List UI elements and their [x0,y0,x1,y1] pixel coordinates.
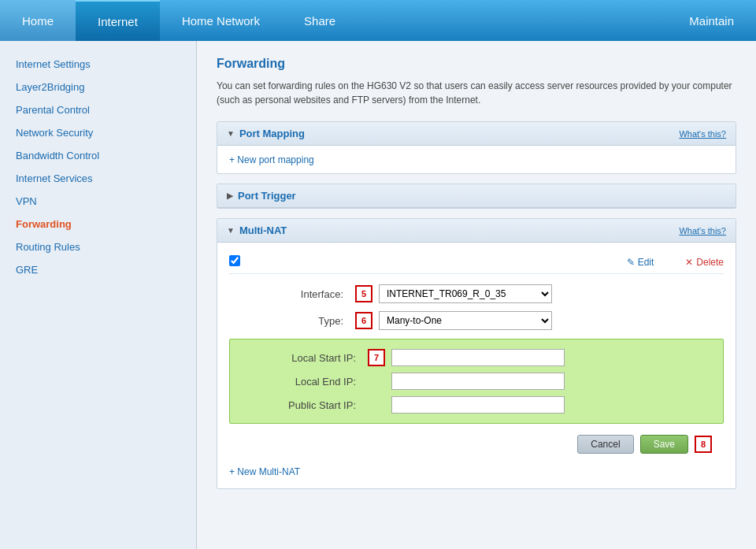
nav-share[interactable]: Share [282,0,358,41]
port-mapping-triangle: ▼ [227,129,235,138]
pencil-icon [627,257,635,268]
port-trigger-header-left: ▶ Port Trigger [227,190,296,202]
step8-badge: 8 [695,436,712,453]
page-title: Forwarding [217,57,736,71]
port-mapping-title: Port Mapping [239,128,305,139]
port-trigger-title: Port Trigger [238,190,296,202]
row-checkbox-cell [229,255,253,269]
edit-button[interactable]: Edit [627,257,654,268]
sidebar-item-routing-rules[interactable]: Routing Rules [0,236,196,258]
multi-nat-content: Edit Delete Interface: 5 INTERNET_TR069_… [217,243,736,488]
page-description: You can set forwarding rules on the HG63… [217,79,736,107]
interface-select[interactable]: INTERNET_TR069_R_0_35 [379,284,552,303]
local-start-ip-input[interactable] [391,349,565,366]
sidebar-item-vpn[interactable]: VPN [0,190,196,213]
step6-badge: 6 [355,312,372,329]
edit-label: Edit [638,257,654,268]
nav-home[interactable]: Home [0,0,76,41]
delete-label: Delete [696,257,724,268]
type-row: Type: 6 Many-to-One [229,307,724,334]
port-mapping-content: + New port mapping [217,146,736,173]
multi-nat-whats-this[interactable]: What's this? [679,226,726,236]
main-layout: Internet Settings Layer2Bridging Parenta… [0,41,756,549]
local-end-ip-input[interactable] [391,373,565,390]
main-content: Forwarding You can set forwarding rules … [197,41,756,549]
sidebar-item-internet-services[interactable]: Internet Services [0,167,196,190]
type-select[interactable]: Many-to-One [379,311,552,330]
nav-maintain[interactable]: Maintain [667,0,756,41]
local-end-ip-row: Local End IP: [242,369,711,393]
multi-nat-triangle: ▼ [227,226,235,235]
port-mapping-whats-this[interactable]: What's this? [679,129,726,139]
interface-row: Interface: 5 INTERNET_TR069_R_0_35 [229,280,724,307]
public-start-ip-row: Public Start IP: [242,393,711,417]
new-port-mapping-link[interactable]: + New port mapping [229,154,314,165]
local-end-ip-label: Local End IP: [242,376,368,388]
multi-nat-title: Multi-NAT [239,224,287,236]
sidebar-item-network-security[interactable]: Network Security [0,121,196,144]
multi-nat-header[interactable]: ▼ Multi-NAT What's this? [217,219,736,243]
port-trigger-section: ▶ Port Trigger [217,184,736,209]
public-start-ip-label: Public Start IP: [242,399,368,411]
x-icon [685,257,693,268]
cancel-button[interactable]: Cancel [577,435,633,454]
sidebar-item-forwarding[interactable]: Forwarding [0,213,196,236]
row-checkbox[interactable] [229,255,240,266]
multi-nat-row-header: Edit Delete [229,250,724,274]
port-trigger-triangle: ▶ [227,191,233,200]
type-label: Type: [229,315,355,327]
port-mapping-header-left: ▼ Port Mapping [227,128,305,139]
local-start-ip-row: Local Start IP: 7 [242,346,711,369]
port-mapping-section: ▼ Port Mapping What's this? + New port m… [217,121,736,174]
sidebar: Internet Settings Layer2Bridging Parenta… [0,41,197,549]
sidebar-item-layer2bridging[interactable]: Layer2Bridging [0,76,196,98]
port-mapping-header[interactable]: ▼ Port Mapping What's this? [217,122,736,146]
step5-badge: 5 [355,285,372,302]
local-start-ip-label: Local Start IP: [242,352,368,364]
button-row: Cancel Save 8 [229,428,724,460]
save-button[interactable]: Save [640,435,688,454]
interface-label: Interface: [229,288,355,300]
sidebar-item-gre[interactable]: GRE [0,258,196,281]
delete-button[interactable]: Delete [685,257,724,268]
sidebar-item-bandwidth-control[interactable]: Bandwidth Control [0,144,196,167]
sidebar-item-internet-settings[interactable]: Internet Settings [0,53,196,76]
public-start-ip-input[interactable] [391,396,565,414]
port-trigger-header[interactable]: ▶ Port Trigger [217,184,736,208]
green-ip-section: Local Start IP: 7 Local End IP: Public S… [229,339,724,424]
multi-nat-section: ▼ Multi-NAT What's this? Edit [217,218,736,489]
multi-nat-header-left: ▼ Multi-NAT [227,224,287,236]
top-navigation: Home Internet Home Network Share Maintai… [0,0,756,41]
step7-badge: 7 [368,349,385,366]
nav-home-network[interactable]: Home Network [160,0,282,41]
new-multi-nat-link[interactable]: + New Multi-NAT [229,460,300,480]
sidebar-item-parental-control[interactable]: Parental Control [0,98,196,121]
nav-internet[interactable]: Internet [76,0,160,41]
